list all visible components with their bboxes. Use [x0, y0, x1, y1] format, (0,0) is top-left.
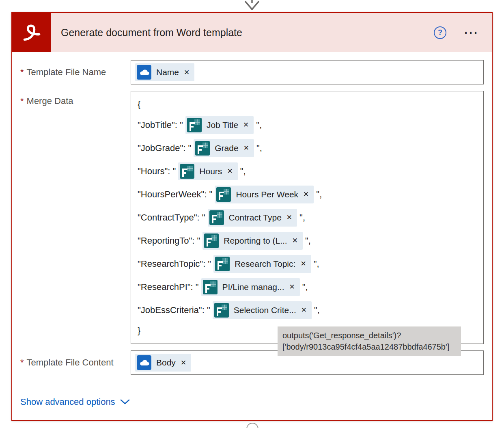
merge-suffix-text: ", — [314, 259, 319, 269]
required-asterisk: * — [20, 96, 24, 106]
merge-key-text: "ReportingTo": " — [138, 236, 200, 246]
card-title: Generate document from Word template — [61, 27, 434, 39]
token-close-icon[interactable]: ✕ — [243, 121, 249, 129]
token-close-icon[interactable]: ✕ — [184, 68, 190, 77]
required-asterisk: * — [20, 67, 24, 77]
merge-data-row: "JobGrade": " Grade ✕ ", — [138, 136, 477, 160]
token-close-icon[interactable]: ✕ — [289, 283, 295, 291]
forms-icon — [180, 164, 194, 179]
help-icon[interactable]: ? — [434, 26, 446, 39]
merge-suffix-text: ", — [240, 166, 246, 177]
advanced-options-label: Show advanced options — [20, 397, 115, 407]
merge-data-row: "HoursPerWeek": " Hours Per Week ✕ ", — [138, 183, 477, 206]
merge-key-text: "ResearchTopic": " — [138, 259, 211, 269]
token-label: PI/Line manag... — [222, 282, 284, 292]
forms-token-chip[interactable]: Contract Type ✕ — [208, 209, 297, 227]
token-close-icon[interactable]: ✕ — [243, 144, 249, 152]
merge-suffix-text: ", — [256, 120, 262, 130]
flow-connector-arrow-icon — [242, 0, 262, 11]
merge-suffix-text: ", — [314, 305, 320, 316]
token-close-icon[interactable]: ✕ — [227, 167, 233, 175]
template-file-name-input[interactable]: Name ✕ — [131, 60, 484, 84]
token-label: Hours — [199, 166, 222, 176]
merge-suffix-text: ", — [302, 282, 308, 292]
onedrive-icon — [137, 65, 151, 80]
token-label: Grade — [215, 143, 238, 153]
flow-canvas: { "icons": { "help": "?", "menu": "⋯", "… — [0, 0, 504, 428]
insert-step-node[interactable] — [246, 423, 258, 428]
ellipsis-menu-icon[interactable]: ⋯ — [463, 28, 480, 37]
template-file-name-label: *Template File Name — [20, 60, 131, 84]
forms-token-chip[interactable]: Selection Crite... ✕ — [213, 301, 312, 319]
merge-data-row: "Hours": " Hours ✕ ", — [138, 160, 477, 183]
forms-token-chip[interactable]: Reporting to (L... ✕ — [202, 232, 303, 250]
token-label: Contract Type — [229, 213, 282, 223]
merge-suffix-text: ", — [316, 189, 322, 200]
merge-key-text: "JobGrade": " — [138, 143, 191, 153]
merge-key-text: "JobEssCriteria": " — [138, 305, 210, 316]
forms-icon — [203, 280, 218, 294]
expression-tooltip: outputs('Get_response_details')?['body/r… — [278, 326, 461, 356]
card-header[interactable]: Generate document from Word template ? ⋯ — [12, 13, 492, 52]
field-template-file-name: *Template File Name Name ✕ — [20, 60, 484, 84]
token-close-icon[interactable]: ✕ — [292, 236, 298, 245]
token-label: Reporting to (L... — [224, 236, 287, 246]
merge-data-row: "ReportingTo": " Reporting to (L... ✕ ", — [138, 229, 477, 252]
forms-icon — [204, 233, 219, 248]
forms-token-chip[interactable]: Grade ✕ — [194, 139, 254, 157]
forms-token-chip[interactable]: Hours Per Week ✕ — [215, 186, 314, 203]
onedrive-token-chip[interactable]: Body ✕ — [135, 354, 191, 372]
required-asterisk: * — [20, 357, 24, 367]
merge-data-row: "ResearchTopic": " Research Topic: ✕ ", — [138, 252, 477, 275]
merge-data-row: "JobTitle": " Job Title ✕ ", — [138, 113, 477, 136]
template-file-content-label: *Template File Content — [20, 350, 131, 375]
card-body: *Template File Name Name ✕ *Merge Data {… — [12, 52, 492, 407]
merge-data-input[interactable]: { "JobTitle": " Job Title ✕ ", "JobGrade… — [131, 91, 484, 344]
merge-data-label: *Merge Data — [20, 91, 131, 344]
forms-icon — [215, 257, 230, 271]
onedrive-icon — [137, 355, 151, 370]
merge-suffix-text: ", — [299, 212, 305, 223]
ellipsis-glyph: ⋯ — [463, 24, 480, 41]
token-label: Body — [156, 358, 176, 367]
json-open-brace: { — [138, 95, 477, 113]
forms-token-chip[interactable]: PI/Line manag... ✕ — [201, 278, 300, 296]
token-label: Job Title — [207, 120, 238, 130]
merge-data-row: "ContractType": " Contract Type ✕ ", — [138, 206, 477, 229]
merge-key-text: "ContractType": " — [138, 212, 205, 223]
card-header-bar: Generate document from Word template ? ⋯ — [51, 13, 492, 52]
merge-key-text: "ResearchPI": " — [138, 282, 199, 292]
forms-token-chip[interactable]: Research Topic: ✕ — [213, 255, 311, 273]
field-merge-data: *Merge Data { "JobTitle": " Job Title ✕ … — [20, 91, 484, 344]
token-close-icon[interactable]: ✕ — [303, 190, 309, 199]
token-close-icon[interactable]: ✕ — [301, 306, 307, 314]
merge-key-text: "JobTitle": " — [138, 120, 183, 130]
label-text: Merge Data — [27, 96, 73, 106]
token-close-icon[interactable]: ✕ — [181, 359, 186, 367]
merge-suffix-text: ", — [305, 236, 311, 246]
help-glyph: ? — [438, 28, 442, 37]
action-card: Generate document from Word template ? ⋯… — [11, 12, 493, 421]
forms-icon — [187, 118, 202, 132]
show-advanced-options-link[interactable]: Show advanced options — [20, 397, 130, 407]
forms-token-chip[interactable]: Hours ✕ — [178, 162, 237, 180]
merge-key-text: "HoursPerWeek": " — [138, 189, 212, 200]
merge-data-row: "ResearchPI": " PI/Line manag... ✕ ", — [138, 275, 477, 298]
forms-icon — [214, 303, 229, 318]
onedrive-token-chip[interactable]: Name ✕ — [135, 63, 194, 81]
label-text: Template File Name — [27, 67, 106, 77]
token-label: Research Topic: — [235, 259, 295, 269]
token-label: Name — [156, 67, 179, 77]
chevron-down-icon — [120, 399, 130, 405]
adobe-pdf-services-icon — [12, 13, 51, 52]
merge-key-text: "Hours": " — [138, 166, 176, 177]
merge-suffix-text: ", — [256, 143, 262, 153]
merge-data-row: "JobEssCriteria": " Selection Crite... ✕… — [138, 298, 477, 322]
token-close-icon[interactable]: ✕ — [286, 213, 292, 222]
forms-icon — [209, 210, 224, 225]
forms-token-chip[interactable]: Job Title ✕ — [185, 116, 254, 134]
token-close-icon[interactable]: ✕ — [300, 259, 306, 268]
forms-icon — [216, 187, 231, 202]
token-label: Selection Crite... — [234, 305, 296, 315]
forms-icon — [195, 141, 210, 156]
